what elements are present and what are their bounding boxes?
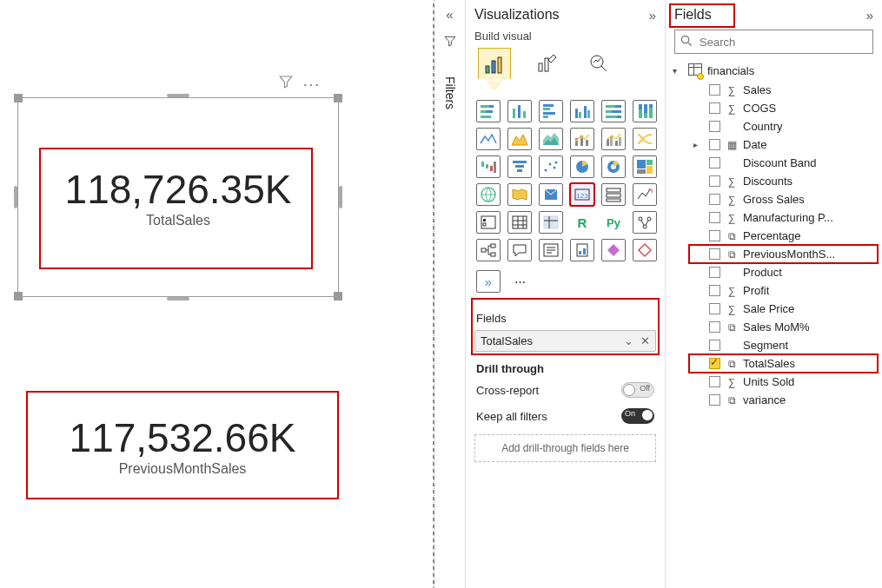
viz-matrix[interactable] [539,211,563,234]
format-tab[interactable] [530,48,563,79]
field-name: Sales MoM% [743,320,810,334]
field-checkbox[interactable] [709,267,720,278]
viz-card[interactable]: 123 [570,183,594,206]
viz-power-automate[interactable] [633,239,657,261]
field-checkbox[interactable] [709,340,720,351]
field-row[interactable]: ∑Manufacturing P... [669,208,879,227]
viz-qna[interactable] [507,239,532,261]
field-row[interactable]: ▸▦Date [669,135,879,154]
field-row[interactable]: ∑Units Sold [669,373,879,391]
viz-line-clustered-column[interactable] [601,128,626,150]
more-options-icon[interactable] [302,74,322,95]
viz-pie[interactable] [570,155,594,178]
field-checkbox[interactable] [709,394,720,406]
field-row[interactable]: ∑Gross Sales [669,190,879,208]
field-checkbox[interactable] [709,285,720,296]
field-checkbox[interactable] [709,175,720,187]
remove-field-icon[interactable]: ✕ [640,334,650,347]
table-row[interactable]: ▾ financials [669,61,879,81]
collapse-icon[interactable]: « [446,7,453,22]
field-checkbox[interactable] [709,303,720,314]
keep-all-filters-toggle[interactable]: On [621,408,654,424]
fields-search[interactable] [674,30,873,54]
analytics-tab[interactable] [582,48,615,79]
cross-report-toggle[interactable]: Off [621,382,654,398]
viz-scatter[interactable] [539,155,563,178]
expand-icon[interactable]: » [649,8,656,23]
field-checkbox[interactable] [709,212,720,223]
viz-paginated-report[interactable] [570,239,594,261]
field-row[interactable]: ⧉variance [669,391,879,409]
filter-icon[interactable] [278,74,294,95]
filters-pane-collapsed[interactable]: « Filters [434,0,466,588]
viz-slicer[interactable] [476,211,501,234]
viz-power-apps[interactable] [601,239,626,261]
viz-python[interactable]: Py [601,211,626,234]
viz-get-more[interactable]: » [476,270,501,293]
field-row[interactable]: Product [669,263,879,281]
field-checkbox[interactable] [709,358,720,369]
viz-funnel[interactable] [507,155,532,178]
viz-key-influencers[interactable] [633,211,657,234]
viz-line-stacked-column[interactable] [570,128,594,150]
svg-rect-68 [513,216,527,228]
field-checkbox[interactable] [709,102,720,114]
viz-treemap[interactable] [633,155,657,178]
field-row[interactable]: Country [669,117,879,135]
search-input[interactable] [698,35,867,50]
viz-clustered-bar[interactable] [539,100,563,122]
field-well-item[interactable]: TotalSales ⌄ ✕ [474,330,656,352]
viz-stacked-column[interactable] [507,100,532,122]
viz-kpi[interactable] [633,183,657,206]
field-checkbox[interactable] [709,121,720,132]
viz-r[interactable]: R [570,211,594,234]
field-checkbox[interactable] [709,248,720,260]
drill-through-dropzone[interactable]: Add drill-through fields here [474,434,656,462]
field-row[interactable]: ∑Sales [669,81,879,99]
viz-area[interactable] [507,128,532,150]
field-name: Product [743,266,782,279]
viz-map[interactable] [476,183,501,206]
card-visual-totalsales[interactable]: 118,726.35K TotalSales [17,97,339,297]
viz-ribbon[interactable] [633,128,657,150]
chevron-down-icon[interactable]: ⌄ [624,334,633,347]
field-row[interactable]: Discount Band [669,154,879,172]
viz-donut[interactable] [601,155,626,178]
report-canvas[interactable]: 118,726.35K TotalSales 117,532.66K Previ… [0,0,434,588]
field-checkbox[interactable] [709,157,720,168]
field-row[interactable]: ⧉TotalSales [669,354,879,373]
field-row[interactable]: ∑COGS [669,99,879,117]
field-row[interactable]: ⧉Sales MoM% [669,318,879,336]
field-checkbox[interactable] [709,321,720,333]
field-row[interactable]: ∑Profit [669,281,879,300]
build-tab[interactable] [478,48,511,79]
viz-stacked-area[interactable] [539,128,563,150]
viz-azure-map[interactable] [539,183,563,206]
field-row[interactable]: Segment [669,336,879,354]
field-row[interactable]: ⧉Percentage [669,227,879,245]
field-checkbox[interactable] [709,376,720,387]
viz-smart-narrative[interactable] [539,239,563,261]
viz-stacked-bar[interactable] [476,100,501,122]
field-checkbox[interactable] [709,84,720,96]
viz-clustered-column[interactable] [570,100,594,122]
viz-table[interactable] [507,211,532,234]
card-visual-previousmonthsales[interactable]: 117,532.66K PreviousMonthSales [26,391,339,499]
field-checkbox[interactable] [709,139,720,150]
viz-multi-row-card[interactable] [601,183,626,206]
viz-line[interactable] [476,128,501,150]
field-checkbox[interactable] [709,230,720,241]
viz-more-options[interactable]: ⋯ [507,270,532,293]
field-checkbox[interactable] [709,194,720,205]
chevron-down-icon[interactable]: ▾ [673,66,683,76]
viz-filled-map[interactable] [507,183,532,206]
viz-waterfall[interactable] [476,155,501,178]
field-row[interactable]: ⧉PreviousMonthS... [669,245,879,263]
viz-decomposition-tree[interactable] [476,239,501,261]
chevron-right-icon[interactable]: ▸ [693,140,704,149]
expand-icon[interactable]: » [866,8,873,23]
viz-100-stacked-bar[interactable] [601,100,626,122]
field-row[interactable]: ∑Discounts [669,172,879,190]
field-row[interactable]: ∑Sale Price [669,300,879,318]
viz-100-stacked-column[interactable] [633,100,657,122]
